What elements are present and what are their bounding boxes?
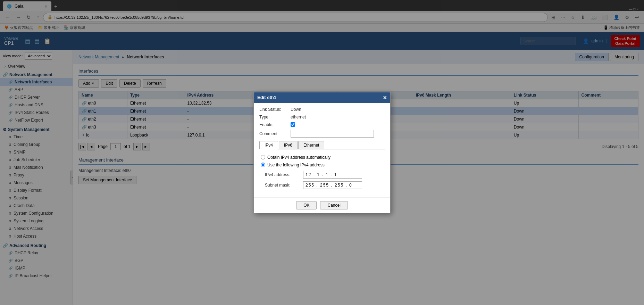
comment-input[interactable] (291, 130, 374, 138)
modal-cancel-btn[interactable]: Cancel (320, 201, 348, 209)
modal-tab-ipv4[interactable]: IPv4 (259, 141, 278, 149)
modal: Edit eth1 × Link Status: Down Type: ethe… (253, 92, 391, 213)
radio-auto-input[interactable] (261, 155, 265, 159)
modal-tabs: IPv4 IPv6 Ethernet (259, 141, 385, 149)
type-label: Type: (259, 115, 291, 119)
modal-ok-btn[interactable]: OK (296, 201, 317, 209)
ipv4-address-input[interactable] (303, 171, 362, 179)
subnet-mask-label: Subnet mask: (265, 183, 303, 188)
subnet-mask-input[interactable] (303, 181, 362, 189)
modal-overlay[interactable]: Edit eth1 × Link Status: Down Type: ethe… (0, 0, 644, 305)
modal-tab-ipv6[interactable]: IPv6 (279, 141, 298, 149)
modal-close-btn[interactable]: × (383, 94, 387, 101)
radio-manual-input[interactable] (261, 163, 265, 167)
radio-auto-label[interactable]: Obtain IPv4 address automatically (267, 155, 331, 160)
radio-manual: Use the following IPv4 address: (259, 163, 385, 167)
ipv4-address-field: IPv4 address: (259, 171, 385, 179)
radio-manual-label[interactable]: Use the following IPv4 address: (267, 163, 326, 167)
modal-field-type: Type: ethernet (259, 115, 385, 119)
type-value: ethernet (291, 115, 306, 119)
modal-footer: OK Cancel (254, 197, 390, 213)
subnet-mask-field: Subnet mask: (259, 181, 385, 189)
link-status-label: Link Status: (259, 107, 291, 112)
modal-field-comment: Comment: (259, 130, 385, 138)
enable-checkbox[interactable] (291, 122, 295, 127)
comment-label: Comment: (259, 131, 291, 136)
modal-field-enable: Enable: (259, 122, 385, 127)
radio-auto: Obtain IPv4 address automatically (259, 155, 385, 160)
ipv4-address-label: IPv4 address: (265, 172, 303, 177)
modal-titlebar: Edit eth1 × (254, 92, 390, 103)
modal-tab-ipv4-content: Obtain IPv4 address automatically Use th… (259, 154, 385, 193)
modal-body: Link Status: Down Type: ethernet Enable:… (254, 103, 390, 197)
link-status-value: Down (291, 107, 301, 112)
modal-title: Edit eth1 (257, 95, 276, 100)
modal-tab-ethernet[interactable]: Ethernet (298, 141, 324, 149)
enable-label: Enable: (259, 122, 291, 127)
modal-field-link-status: Link Status: Down (259, 107, 385, 112)
